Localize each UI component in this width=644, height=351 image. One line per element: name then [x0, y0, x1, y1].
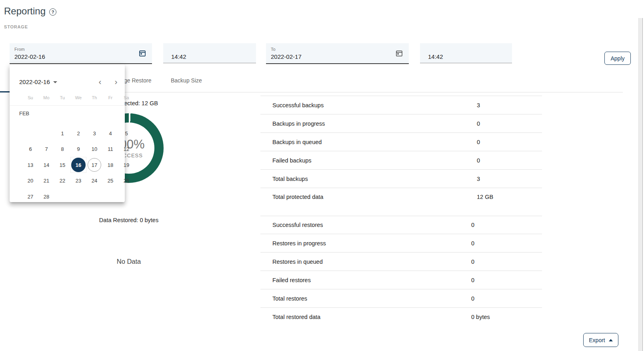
stat-row: Total protected data12 GB — [260, 188, 542, 216]
weekday-row: SuMoTuWeThFrSa — [22, 92, 134, 103]
weekday-label: Mo — [38, 92, 54, 103]
calendar-day-17[interactable]: 17 — [86, 157, 102, 173]
calendar-day-1[interactable]: 1 — [54, 125, 70, 141]
calendar-week-row: 2728 — [22, 189, 134, 205]
stat-label: Backups in queued — [272, 139, 322, 145]
stat-value: 0 — [471, 259, 474, 265]
calendar-day-13[interactable]: 13 — [22, 157, 38, 173]
calendar-empty-cell — [38, 125, 54, 141]
reporting-page: Reporting ? STORAGE From 2022-02-16 14:4… — [0, 0, 644, 351]
stat-label: Failed backups — [272, 157, 312, 164]
calendar-empty-cell — [70, 189, 86, 205]
tab-backup-size[interactable]: Backup Size — [171, 77, 202, 84]
calendar-day-27[interactable]: 27 — [22, 189, 38, 205]
to-time-value[interactable]: 14:42 — [428, 53, 443, 60]
calendar-day-20[interactable]: 20 — [22, 173, 38, 189]
from-time-value[interactable]: 14:42 — [171, 53, 186, 60]
apply-button[interactable]: Apply — [604, 52, 631, 65]
calendar-day-4[interactable]: 4 — [102, 125, 118, 141]
weekday-divider — [10, 105, 125, 106]
previous-month-icon[interactable]: ‹ — [95, 77, 105, 86]
calendar-empty-cell — [102, 189, 118, 205]
weekday-label: Tu — [54, 92, 70, 103]
stat-row: Total backups3 — [260, 170, 542, 188]
calendar-day-18[interactable]: 18 — [102, 157, 118, 173]
calendar-week-row: 12345 — [22, 125, 134, 141]
weekday-label: We — [70, 92, 86, 103]
calendar-day-19[interactable]: 19 — [118, 157, 134, 173]
datepicker-header: 2022-02-16 ‹ › — [19, 76, 121, 88]
calendar-day-16[interactable]: 16 — [70, 157, 86, 173]
calendar-day-10[interactable]: 10 — [86, 141, 102, 157]
calendar-day-3[interactable]: 3 — [86, 125, 102, 141]
stat-label: Total protected data — [272, 194, 323, 200]
page-title: Reporting ? — [4, 6, 56, 17]
from-date-value[interactable]: 2022-02-16 — [14, 53, 45, 60]
stat-label: Total restores — [272, 295, 307, 302]
calendar-day-5[interactable]: 5 — [118, 125, 134, 141]
caret-up-icon — [609, 339, 613, 341]
weekday-label: Fr — [102, 92, 118, 103]
calendar-icon[interactable] — [138, 49, 146, 57]
from-time-field[interactable]: 14:42 — [163, 43, 256, 63]
stat-label: Backups in progress — [272, 120, 325, 127]
calendar-day-11[interactable]: 11 — [102, 141, 118, 157]
stat-row: Successful restores0 — [260, 216, 542, 234]
stat-value: 3 — [477, 102, 480, 108]
weekday-label: Su — [22, 92, 38, 103]
calendar-week-row: 20212223242526 — [22, 173, 134, 189]
tab-restore-partial[interactable]: ge Restore — [124, 77, 151, 84]
page-title-text: Reporting — [4, 6, 46, 17]
stat-label: Successful restores — [272, 222, 323, 228]
datepicker-date-dropdown[interactable]: 2022-02-16 — [19, 78, 57, 85]
datepicker-popup: 2022-02-16 ‹ › SuMoTuWeThFrSa FEB 123456… — [10, 64, 125, 202]
to-date-value[interactable]: 2022-02-17 — [271, 53, 302, 60]
calendar-day-12[interactable]: 12 — [118, 141, 134, 157]
export-button-label: Export — [589, 337, 605, 343]
calendar-day-21[interactable]: 21 — [38, 173, 54, 189]
stat-row: Failed restores0 — [260, 271, 542, 289]
restore-stats-table: Successful restores0Restores in progress… — [260, 216, 542, 326]
calendar-day-14[interactable]: 14 — [38, 157, 54, 173]
next-month-icon[interactable]: › — [111, 77, 121, 86]
weekday-label: Th — [86, 92, 102, 103]
stat-row: Restores in progress0 — [260, 234, 542, 253]
scrollbar-thumb[interactable] — [638, 18, 643, 351]
stat-label: Total restored data — [272, 314, 320, 320]
calendar-day-22[interactable]: 22 — [54, 173, 70, 189]
active-tab-indicator — [0, 91, 10, 92]
from-field-label: From — [14, 47, 25, 52]
calendar-day-6[interactable]: 6 — [22, 141, 38, 157]
today-day-circle: 17 — [88, 158, 101, 172]
to-date-field[interactable]: To 2022-02-17 — [266, 43, 409, 64]
calendar-day-9[interactable]: 9 — [70, 141, 86, 157]
stat-value: 0 — [471, 295, 474, 302]
calendar-day-28[interactable]: 28 — [38, 189, 54, 205]
stat-value: 0 — [471, 277, 474, 283]
stat-label: Failed restores — [272, 277, 311, 283]
calendar-day-8[interactable]: 8 — [54, 141, 70, 157]
calendar-day-24[interactable]: 24 — [86, 173, 102, 189]
calendar-day-15[interactable]: 15 — [54, 157, 70, 173]
calendar-day-7[interactable]: 7 — [38, 141, 54, 157]
calendar-day-25[interactable]: 25 — [102, 173, 118, 189]
stat-value: 0 — [477, 120, 480, 127]
help-icon[interactable]: ? — [49, 8, 56, 16]
data-restored-label: Data Restored: 0 bytes — [69, 217, 189, 223]
calendar-day-26[interactable]: 26 — [118, 173, 134, 189]
stat-label: Restores in progress — [272, 240, 326, 247]
calendar-icon[interactable] — [395, 49, 403, 57]
stat-row: Backups in progress0 — [260, 114, 542, 133]
calendar-day-2[interactable]: 2 — [70, 125, 86, 141]
calendar-grid: 1234567891011121314151617181920212223242… — [22, 125, 134, 205]
export-button[interactable]: Export — [583, 333, 618, 347]
stat-label: Total backups — [272, 176, 308, 182]
to-time-field[interactable]: 14:42 — [420, 43, 512, 63]
from-date-field[interactable]: From 2022-02-16 — [10, 43, 152, 64]
stat-value: 0 — [477, 157, 480, 164]
month-label: FEB — [19, 110, 29, 116]
calendar-day-23[interactable]: 23 — [70, 173, 86, 189]
backup-stats-table: Successful backups3Backups in progress0B… — [260, 96, 542, 216]
no-data-label: No Data — [69, 258, 189, 265]
calendar-empty-cell — [54, 189, 70, 205]
